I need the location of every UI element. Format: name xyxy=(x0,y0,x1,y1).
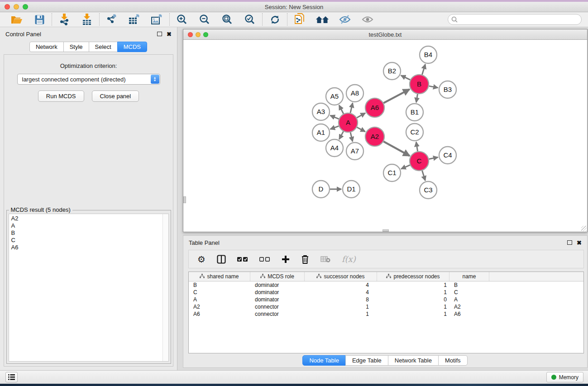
graph-edge-A-A2[interactable] xyxy=(357,127,365,132)
float-panel-icon[interactable] xyxy=(157,32,162,36)
memory-button[interactable]: Memory xyxy=(546,372,583,382)
table-cell[interactable]: 1 xyxy=(377,304,449,310)
split-table-icon[interactable] xyxy=(217,255,226,264)
result-list-item[interactable]: A6 xyxy=(11,244,168,251)
add-column-icon[interactable] xyxy=(282,255,290,263)
graph-edge-C-C3[interactable] xyxy=(422,171,425,181)
column-header[interactable]: name xyxy=(449,272,489,281)
table-cell[interactable]: 8 xyxy=(305,296,377,303)
hide-selected-icon[interactable] xyxy=(338,14,352,25)
table-cell[interactable]: 4 xyxy=(305,282,377,288)
graph-node-D1[interactable]: D1 xyxy=(343,181,360,198)
table-cell[interactable]: dominator xyxy=(250,289,305,295)
delete-table-icon[interactable] xyxy=(320,256,330,262)
graph-node-C[interactable]: C xyxy=(410,152,429,171)
window-resize-grip[interactable] xyxy=(581,226,587,231)
graph-edge-A-A5[interactable] xyxy=(339,105,344,114)
graph-edge-A-A7[interactable] xyxy=(350,132,353,141)
close-panel-icon[interactable]: ✖ xyxy=(167,31,172,37)
column-header[interactable]: successor nodes xyxy=(305,272,377,281)
table-row[interactable]: A2connector11A2 xyxy=(189,303,583,310)
graph-edge-C-C1[interactable] xyxy=(401,165,410,169)
refresh-icon[interactable] xyxy=(268,14,282,25)
table-cell[interactable]: A6 xyxy=(449,311,489,317)
close-table-panel-icon[interactable]: ✖ xyxy=(577,240,582,246)
graph-node-B3[interactable]: B3 xyxy=(439,81,456,98)
column-header[interactable]: predecessor nodes xyxy=(377,272,449,281)
column-header[interactable]: shared name xyxy=(189,272,250,281)
table-cell[interactable]: 1 xyxy=(377,311,449,317)
search-input[interactable] xyxy=(448,14,582,25)
graph-node-D[interactable]: D xyxy=(312,181,330,198)
close-window-button[interactable] xyxy=(5,4,10,10)
graph-edge-A-A1[interactable] xyxy=(330,126,339,129)
function-builder-icon[interactable]: f(x) xyxy=(342,254,356,264)
graph-node-A4[interactable]: A4 xyxy=(326,139,343,157)
open-session-icon[interactable] xyxy=(10,14,24,25)
show-all-icon[interactable] xyxy=(361,14,374,25)
zoom-window-button[interactable] xyxy=(23,4,28,10)
result-list-item[interactable]: A2 xyxy=(11,215,168,222)
import-table-icon[interactable] xyxy=(80,14,94,25)
zoom-selected-icon[interactable] xyxy=(243,14,257,25)
network-vertical-scroll-thumb[interactable] xyxy=(183,196,186,203)
graph-edge-A-A3[interactable] xyxy=(330,115,339,119)
graph-edge-A-A8[interactable] xyxy=(350,103,353,113)
graph-edge-A6-B[interactable] xyxy=(383,89,409,103)
tab-network[interactable]: Network xyxy=(29,42,64,52)
graph-node-B2[interactable]: B2 xyxy=(383,62,401,80)
graph-edge-B-B1[interactable] xyxy=(416,94,418,103)
graph-node-B4[interactable]: B4 xyxy=(420,46,437,63)
tab-motifs[interactable]: Motifs xyxy=(438,355,468,366)
graph-edge-C-C2[interactable] xyxy=(416,142,417,152)
table-cell[interactable]: 4 xyxy=(305,289,377,295)
table-cell[interactable]: A6 xyxy=(189,311,250,317)
tab-node-table[interactable]: Node Table xyxy=(302,355,346,366)
zoom-in-icon[interactable] xyxy=(175,14,189,25)
network-close-button[interactable] xyxy=(188,32,193,37)
graph-node-C2[interactable]: C2 xyxy=(406,124,423,141)
table-cell[interactable]: C xyxy=(449,289,489,295)
export-network-icon[interactable] xyxy=(105,14,119,25)
graph-edge-A-A4[interactable] xyxy=(339,131,343,139)
table-cell[interactable]: A xyxy=(189,296,250,303)
graph-node-A1[interactable]: A1 xyxy=(312,124,330,141)
table-cell[interactable]: 1 xyxy=(305,304,377,310)
graph-edge-C-C4[interactable] xyxy=(429,157,438,159)
result-list-item[interactable]: B xyxy=(11,229,168,237)
table-row[interactable]: Adominator80A xyxy=(189,296,583,303)
tab-style[interactable]: Style xyxy=(63,42,89,52)
graph-edge-B-B3[interactable] xyxy=(429,86,438,88)
column-header[interactable]: MCDS role xyxy=(250,272,305,281)
first-neighbors-icon[interactable] xyxy=(316,14,329,25)
save-session-icon[interactable] xyxy=(33,14,46,25)
graph-node-C3[interactable]: C3 xyxy=(420,181,437,199)
graph-node-A3[interactable]: A3 xyxy=(312,103,330,120)
float-table-panel-icon[interactable] xyxy=(567,240,572,245)
network-canvas[interactable]: B4B2BB3B1A6A5A8A3AA1A4A7A2C2CC4C1C3DD1 xyxy=(183,40,587,232)
table-cell[interactable]: 0 xyxy=(377,296,449,303)
tab-network-table[interactable]: Network Table xyxy=(388,355,439,366)
zoom-out-icon[interactable] xyxy=(198,14,211,25)
result-list-item[interactable]: A xyxy=(11,222,168,229)
graph-edge-A-A6[interactable] xyxy=(357,113,365,118)
table-cell[interactable]: A2 xyxy=(189,304,250,310)
task-history-button[interactable] xyxy=(5,372,18,382)
optimization-criterion-select[interactable]: largest connected component (directed) ▲… xyxy=(17,74,160,85)
table-cell[interactable]: C xyxy=(189,289,250,295)
close-panel-button[interactable]: Close panel xyxy=(92,91,139,102)
graph-node-B1[interactable]: B1 xyxy=(406,104,423,121)
graph-node-A7[interactable]: A7 xyxy=(346,143,363,160)
table-cell[interactable]: B xyxy=(189,282,250,288)
table-cell[interactable]: dominator xyxy=(250,282,305,288)
table-cell[interactable]: 1 xyxy=(305,311,377,317)
network-minimize-button[interactable] xyxy=(196,32,201,37)
graph-edge-B-B4[interactable] xyxy=(422,64,425,75)
table-row[interactable]: Bdominator41B xyxy=(189,281,583,289)
mcds-result-list[interactable]: A2ABCA6 xyxy=(9,214,169,362)
graph-node-A5[interactable]: A5 xyxy=(326,88,343,105)
network-zoom-button[interactable] xyxy=(203,32,208,37)
graph-node-A2[interactable]: A2 xyxy=(365,127,384,146)
result-list-scrollbar[interactable] xyxy=(163,214,168,361)
graph-node-C1[interactable]: C1 xyxy=(383,164,401,181)
